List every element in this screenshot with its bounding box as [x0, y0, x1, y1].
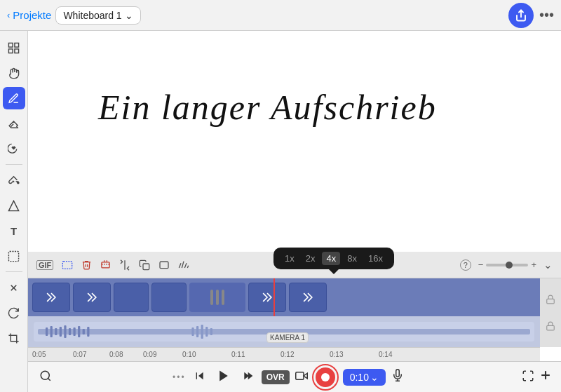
close-tool-button[interactable] — [3, 276, 25, 299]
lock-track-2-button[interactable] — [539, 315, 561, 337]
record-button[interactable] — [313, 365, 337, 389]
svg-rect-30 — [78, 326, 80, 337]
zoom-bottom-button[interactable] — [36, 367, 55, 388]
speed-popup: 1x 2x 4x 8x 16x — [273, 248, 394, 269]
whiteboard-tab[interactable]: Whiteboard 1 ⌄ — [55, 6, 140, 25]
back-button[interactable]: ‹ Projekte — [7, 9, 51, 21]
zoom-slider[interactable] — [486, 264, 528, 266]
fill-icon — [8, 175, 20, 187]
speed-clip-icon — [178, 259, 189, 271]
svg-marker-42 — [198, 372, 203, 379]
hand-tool-button[interactable] — [3, 62, 25, 84]
speed-4x-button[interactable]: 4x — [322, 252, 340, 265]
svg-rect-16 — [160, 262, 168, 268]
fast-forward-icon — [242, 370, 253, 381]
crop-tool-button[interactable] — [3, 327, 25, 349]
zoom-slider-thumb — [506, 262, 513, 269]
svg-point-40 — [41, 371, 49, 379]
clip-1[interactable] — [32, 283, 70, 312]
duplicate-button[interactable] — [136, 258, 153, 272]
time-chevron-icon: ⌄ — [370, 372, 379, 383]
time-display[interactable]: 0:10 ⌄ — [343, 369, 386, 386]
selection-icon — [8, 250, 20, 262]
main-clip-track — [28, 278, 540, 316]
ts-014: 0:14 — [379, 351, 392, 358]
clip-2-icon — [85, 290, 99, 304]
camera-button[interactable] — [295, 370, 308, 385]
select-clip-button[interactable] — [59, 258, 76, 272]
lock-area — [540, 278, 561, 347]
speed-16x-button[interactable]: 16x — [364, 252, 387, 265]
frames-tool-button[interactable] — [3, 36, 25, 59]
svg-rect-6 — [8, 251, 18, 261]
svg-rect-2 — [15, 43, 19, 47]
ovr-button[interactable]: OVR — [262, 370, 290, 384]
speed-1x-button[interactable]: 1x — [280, 252, 299, 265]
clip-5-icon — [260, 290, 274, 304]
timeline-toolbar-left: GIF — [34, 258, 192, 272]
gif-button[interactable]: GIF — [34, 259, 56, 271]
svg-rect-27 — [64, 325, 66, 338]
crop-clip-icon — [158, 259, 170, 271]
ts-007: 0:07 — [73, 351, 86, 358]
svg-rect-10 — [102, 262, 109, 268]
share-button[interactable] — [508, 3, 534, 28]
shape-icon — [8, 200, 20, 212]
svg-line-20 — [185, 263, 187, 268]
fast-forward-button[interactable] — [239, 367, 256, 387]
play-icon — [217, 369, 231, 383]
speed-2x-button[interactable]: 2x — [302, 252, 320, 265]
fill-tool-button[interactable] — [3, 169, 25, 191]
svg-rect-1 — [8, 43, 13, 47]
text-tool-button[interactable]: T — [3, 219, 25, 242]
selection-tool-button[interactable] — [3, 245, 25, 267]
zoom-bottom-icon — [39, 370, 52, 382]
toolbar-divider-2 — [6, 271, 22, 272]
playhead — [273, 278, 275, 316]
speed-8x-button[interactable]: 8x — [343, 252, 361, 265]
shape-tool-button[interactable] — [3, 194, 25, 217]
svg-rect-23 — [46, 327, 48, 336]
eraser-tool-button[interactable] — [3, 112, 25, 135]
help-button[interactable]: ? — [457, 258, 474, 272]
svg-rect-32 — [87, 327, 89, 337]
tab-label: Whiteboard 1 — [63, 10, 121, 21]
ts-013: 0:13 — [330, 351, 343, 358]
close-icon — [8, 283, 19, 293]
speed-clip-button[interactable] — [175, 258, 192, 272]
lock-track-1-button[interactable] — [539, 288, 561, 311]
crop-clip-button[interactable] — [156, 258, 173, 272]
record-indicator — [321, 373, 330, 381]
rotate-tool-button[interactable] — [3, 302, 25, 324]
split-button[interactable] — [116, 258, 133, 272]
camera-badge: KAMERA 1 — [266, 332, 309, 343]
play-button[interactable] — [214, 366, 234, 388]
clip-3[interactable] — [114, 283, 149, 312]
speed-popup-arrow — [329, 269, 339, 274]
clip-4[interactable] — [151, 283, 187, 312]
mic-button[interactable] — [391, 369, 404, 385]
clip-6[interactable] — [289, 283, 327, 312]
help-icon: ? — [460, 259, 471, 271]
canvas-area[interactable]: Ein langer Aufschrieb 1x 2x 4x 8x 16x GI… — [28, 31, 561, 392]
lock-1-icon — [546, 295, 555, 304]
pause-segment[interactable] — [189, 283, 245, 312]
rewind-button[interactable] — [191, 367, 208, 387]
more-button[interactable]: ••• — [539, 7, 554, 23]
clip-1-icon — [44, 290, 58, 304]
ts-005: 0:05 — [32, 351, 46, 358]
clip-5[interactable] — [248, 283, 286, 312]
add-button[interactable] — [539, 368, 553, 386]
timestamp-row: 0:05 0:07 0:08 0:09 0:10 0:11 0:12 0:13 … — [28, 347, 540, 361]
delete-clip-button[interactable] — [79, 258, 95, 271]
svg-rect-33 — [191, 327, 194, 336]
clip-2[interactable] — [73, 283, 111, 312]
fullscreen-button[interactable] — [522, 370, 534, 385]
select-clip-icon — [62, 259, 73, 271]
delete-segment-button[interactable] — [97, 258, 114, 271]
lasso-tool-button[interactable] — [3, 137, 25, 160]
timeline-expand-button[interactable]: ⌄ — [541, 257, 555, 273]
bc-right — [522, 368, 553, 386]
toolbar-divider-1 — [6, 164, 22, 165]
pen-tool-button[interactable] — [3, 87, 25, 109]
